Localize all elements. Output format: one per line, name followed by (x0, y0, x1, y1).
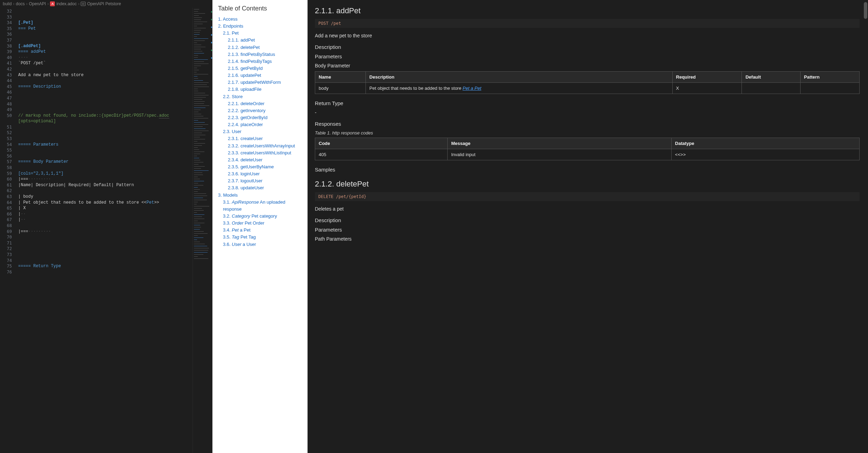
code-area[interactable]: [.Pet]=== Pet [.addPet]==== addPet····`P… (18, 8, 193, 453)
symbol-struct-icon (81, 2, 86, 6)
toc-item[interactable]: 2.1.1. addPet (217, 37, 303, 44)
table-header: Code (315, 138, 448, 149)
chevron-right-icon: › (47, 1, 49, 6)
toc-item[interactable]: 2.3.2. createUsersWithArrayInput (217, 143, 303, 149)
asciidoc-file-icon: A (50, 1, 55, 6)
toc-list: 1. Access2. Endpoints2.1. Pet2.1.1. addP… (217, 16, 303, 248)
breadcrumb-segment[interactable]: OpenAPI (29, 1, 46, 6)
toc-item[interactable]: 1. Access (217, 16, 303, 23)
toc-item[interactable]: 3.1. ApiResponse An uploaded response (217, 199, 303, 213)
body-parameter-table: NameDescriptionRequiredDefaultPattern bo… (315, 71, 860, 94)
parameters-heading: Parameters (315, 53, 860, 59)
toc-item[interactable]: 3. Models (217, 192, 303, 199)
toc-panel[interactable]: Table of Contents 1. Access2. Endpoints2… (212, 0, 308, 453)
toc-item[interactable]: 3.4. Pet a Pet (217, 227, 303, 234)
editor-body[interactable]: 32333435363738394041424344454647484950 5… (0, 8, 212, 453)
description-heading: Description (315, 217, 860, 223)
toc-item[interactable]: 2.3.3. createUsersWithListInput (217, 149, 303, 156)
route-block: DELETE /pet/{petId} (315, 192, 860, 201)
toc-item[interactable]: 3.5. Tag Pet Tag (217, 234, 303, 241)
toc-item[interactable]: 2.2.3. getOrderById (217, 114, 303, 121)
table-header: Datatype (671, 138, 859, 149)
summary-text: Add a new pet to the store (315, 33, 860, 38)
toc-item[interactable]: 2.2.1. deleteOrder (217, 100, 303, 107)
chevron-right-icon: › (13, 1, 14, 6)
table-row: 405Invalid input<<>> (315, 149, 860, 160)
model-link[interactable]: Pet a Pet (463, 86, 481, 91)
responses-caption: Table 1. http response codes (315, 130, 860, 136)
toc-item[interactable]: 2.3.6. loginUser (217, 170, 303, 177)
return-type-heading: Return Type (315, 100, 860, 106)
table-header: Required (672, 72, 742, 83)
toc-item[interactable]: 2.1.8. uploadFile (217, 86, 303, 93)
chevron-right-icon: › (26, 1, 28, 6)
toc-item[interactable]: 2.1.4. findPetsByTags (217, 58, 303, 65)
toc-item[interactable]: 2.2.2. getInventory (217, 107, 303, 114)
toc-item[interactable]: 2.1. Pet (217, 30, 303, 37)
toc-item[interactable]: 2.1.7. updatePetWithForm (217, 79, 303, 86)
preview-panel[interactable]: 2.1.1. addPet POST /pet Add a new pet to… (308, 0, 868, 453)
parameters-heading: Parameters (315, 227, 860, 233)
toc-item[interactable]: 2.2.4. placeOrder (217, 121, 303, 128)
toc-item[interactable]: 2.2. Store (217, 93, 303, 100)
toc-item[interactable]: 2. Endpoints (217, 23, 303, 30)
toc-item[interactable]: 3.2. Category Pet category (217, 213, 303, 220)
return-type-value: - (315, 110, 860, 115)
breadcrumb-segment[interactable]: docs (16, 1, 24, 6)
toc-item[interactable]: 3.6. User a User (217, 241, 303, 248)
breadcrumb-symbol[interactable]: OpenAPI Petstore (87, 1, 121, 6)
table-header: Description (366, 72, 672, 83)
heading-addPet: 2.1.1. addPet (315, 6, 860, 15)
table-header: Message (448, 138, 672, 149)
description-heading: Description (315, 44, 860, 50)
minimap[interactable] (193, 8, 212, 453)
toc-item[interactable]: 2.3.7. logoutUser (217, 177, 303, 184)
toc-item[interactable]: 2.3.8. updateUser (217, 184, 303, 191)
heading-deletePet: 2.1.2. deletePet (315, 180, 860, 189)
path-parameters-heading: Path Parameters (315, 236, 860, 242)
editor-panel: build › docs › OpenAPI › A index.adoc › … (0, 0, 212, 453)
table-header: Pattern (800, 72, 859, 83)
toc-item[interactable]: 3.3. Order Pet Order (217, 220, 303, 227)
table-header: Default (742, 72, 800, 83)
table-row: bodyPet object that needs to be added to… (315, 83, 860, 94)
toc-item[interactable]: 2.1.6. updatePet (217, 72, 303, 79)
toc-item[interactable]: 2.3.1. createUser (217, 135, 303, 142)
toc-item[interactable]: 2.1.5. getPetById (217, 65, 303, 72)
toc-item[interactable]: 2.3. User (217, 128, 303, 135)
breadcrumb-bar: build › docs › OpenAPI › A index.adoc › … (0, 0, 212, 8)
toc-title: Table of Contents (217, 5, 303, 12)
body-parameter-heading: Body Parameter (315, 63, 860, 68)
responses-heading: Responses (315, 121, 860, 127)
toc-item[interactable]: 2.3.4. deleteUser (217, 156, 303, 163)
line-number-gutter: 32333435363738394041424344454647484950 5… (0, 8, 18, 453)
toc-item[interactable]: 2.3.5. getUserByName (217, 163, 303, 170)
responses-table: CodeMessageDatatype 405Invalid input<<>> (315, 138, 860, 160)
table-header: Name (315, 72, 366, 83)
samples-heading: Samples (315, 167, 860, 173)
summary-text: Deletes a pet (315, 206, 860, 212)
breadcrumb-file[interactable]: index.adoc (56, 1, 77, 6)
toc-item[interactable]: 2.1.2. deletePet (217, 44, 303, 51)
breadcrumb-segment[interactable]: build (3, 1, 12, 6)
toc-item[interactable]: 2.1.3. findPetsByStatus (217, 51, 303, 58)
route-block: POST /pet (315, 19, 860, 28)
chevron-right-icon: › (78, 1, 79, 6)
scrollbar-thumb[interactable] (864, 2, 867, 19)
